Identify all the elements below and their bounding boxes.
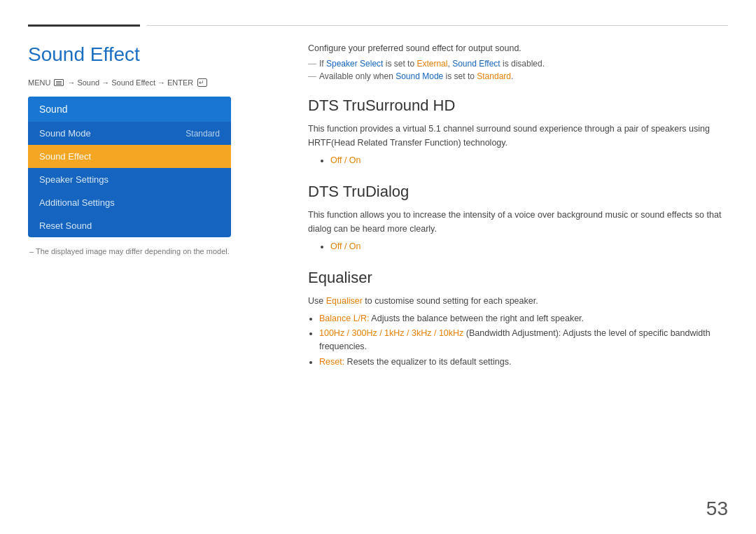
option-list-dts-trusurround: Off / On: [308, 154, 728, 167]
menu-item-additional-settings[interactable]: Additional Settings: [28, 191, 231, 214]
menu-path: MENU → Sound → Sound Effect → ENTER: [28, 78, 266, 87]
page-title: Sound Effect: [28, 43, 266, 66]
equaliser-reset: Reset: Resets the equalizer to its defau…: [319, 356, 728, 369]
section-desc-dts-trudialog: This function allows you to increase the…: [308, 208, 728, 236]
menu-item-reset-sound[interactable]: Reset Sound: [28, 214, 231, 237]
menu-item-sound-mode[interactable]: Sound Mode Standard: [28, 122, 231, 145]
bullet-note-2: Available only when Sound Mode is set to…: [308, 71, 728, 81]
top-border-light: [147, 25, 728, 26]
left-panel: Sound Effect MENU → Sound → Sound Effect…: [28, 43, 266, 372]
bullet-note-2-text: Available only when Sound Mode is set to…: [319, 71, 513, 81]
menu-icon: [54, 79, 64, 86]
bullet-note-1: If Speaker Select is set to External, So…: [308, 59, 728, 69]
section-title-dts-trudialog: DTS TruDialog: [308, 183, 728, 201]
option-dts-trudialog-off-on: Off / On: [330, 240, 728, 253]
top-border: [0, 21, 756, 29]
top-border-dark: [28, 24, 140, 27]
menu-path-arrow2: →: [102, 78, 109, 87]
section-title-equaliser: Equaliser: [308, 269, 728, 287]
menu-item-reset-sound-label: Reset Sound: [39, 220, 92, 231]
menu-path-enter-label: ENTER: [167, 78, 193, 87]
section-desc-dts-trusurround: This function provides a virtual 5.1 cha…: [308, 122, 728, 150]
menu-item-sound-mode-label: Sound Mode: [39, 128, 91, 139]
menu-item-sound-effect[interactable]: Sound Effect: [28, 145, 231, 168]
page-number: 53: [706, 498, 728, 520]
equaliser-balance: Balance L/R: Adjusts the balance between…: [319, 312, 728, 325]
menu-item-additional-settings-label: Additional Settings: [39, 197, 115, 208]
content-area: Sound Effect MENU → Sound → Sound Effect…: [0, 29, 756, 386]
menu-item-sound-mode-value: Standard: [186, 129, 220, 139]
option-list-dts-trudialog: Off / On: [308, 240, 728, 253]
menu-path-arrow3: →: [158, 78, 165, 87]
note-text: The displayed image may differ depending…: [28, 247, 266, 255]
menu-path-arrow1: →: [67, 78, 75, 87]
menu-box: Sound Sound Mode Standard Sound Effect S…: [28, 97, 231, 237]
option-list-equaliser: Balance L/R: Adjusts the balance between…: [308, 312, 728, 369]
intro-text: Configure your preferred sound effect fo…: [308, 43, 728, 53]
menu-header: Sound: [28, 97, 231, 122]
right-panel: Configure your preferred sound effect fo…: [266, 43, 728, 372]
option-dts-trusurround-off-on: Off / On: [330, 154, 728, 167]
section-desc-equaliser: Use Equaliser to customise sound setting…: [308, 294, 728, 308]
equaliser-bandwidth: 100Hz / 300Hz / 1kHz / 3kHz / 10kHz (Ban…: [319, 327, 728, 353]
menu-path-sound-effect: Sound Effect: [111, 78, 155, 87]
section-title-dts-trusurround: DTS TruSurround HD: [308, 97, 728, 115]
bullet-note-1-text: If Speaker Select is set to External, So…: [319, 59, 545, 69]
menu-path-sound: Sound: [77, 78, 99, 87]
menu-item-speaker-settings[interactable]: Speaker Settings: [28, 168, 231, 191]
menu-path-menu: MENU: [28, 78, 50, 87]
menu-item-speaker-settings-label: Speaker Settings: [39, 174, 108, 185]
menu-item-sound-effect-label: Sound Effect: [39, 151, 91, 162]
enter-icon: [197, 78, 207, 87]
